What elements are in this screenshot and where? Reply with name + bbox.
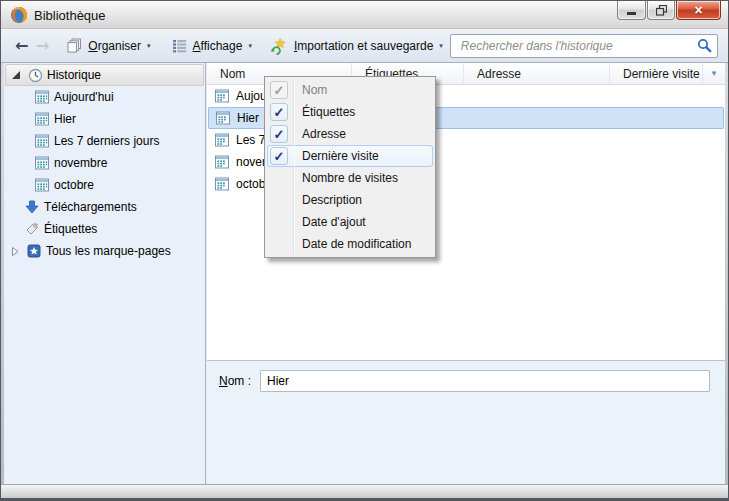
sidebar-item-telechargements[interactable]: Téléchargements (4, 196, 205, 218)
column-picker-icon: ▼ (710, 69, 718, 78)
name-field-input[interactable] (260, 370, 710, 392)
firefox-icon (10, 6, 28, 24)
sidebar-item-novembre[interactable]: novembre (4, 152, 205, 174)
sidebar-item-7-derniers-jours[interactable]: Les 7 derniers jours (4, 130, 205, 152)
calendar-icon (215, 110, 231, 126)
sidebar: Historique Aujourd'hui Hier (4, 63, 206, 484)
window-frame-right (725, 63, 728, 484)
calendar-icon (34, 133, 50, 149)
minimize-button[interactable] (617, 1, 646, 20)
menu-item-date-modification[interactable]: ✓ Date de modification (265, 233, 435, 255)
calendar-icon (34, 111, 50, 127)
chevron-down-icon: ▾ (248, 41, 252, 51)
menu-item-date-ajout[interactable]: ✓ Date d'ajout (265, 211, 435, 233)
menu-item-etiquettes[interactable]: ✓ Étiquettes (265, 101, 435, 123)
menu-item-label: Adresse (302, 127, 346, 141)
menu-item-label: Description (302, 193, 362, 207)
check-icon: ✓ (270, 103, 288, 121)
check-icon: ✓ (270, 125, 288, 143)
calendar-icon (34, 177, 50, 193)
sidebar-item-label: Hier (54, 112, 76, 126)
sidebar-item-label: octobre (54, 178, 94, 192)
sidebar-item-label: Tous les marque-pages (46, 244, 171, 258)
sidebar-item-label: Étiquettes (44, 222, 97, 236)
column-header-adresse[interactable]: Adresse (464, 63, 610, 84)
details-pane: Nom : (207, 360, 725, 484)
calendar-icon (34, 155, 50, 171)
name-field-label: Nom : (219, 374, 251, 388)
views-button[interactable]: Affichage ▾ (165, 34, 259, 58)
sidebar-item-label: Historique (47, 68, 101, 82)
titlebar[interactable]: Bibliothèque × (1, 1, 728, 29)
sidebar-item-label: Aujourd'hui (54, 90, 114, 104)
toolbar: ← → Organiser ▾ Affi (1, 29, 728, 63)
collapsed-triangle-icon[interactable] (8, 247, 22, 256)
bookmarks-icon (26, 243, 42, 259)
sidebar-item-aujourdhui[interactable]: Aujourd'hui (4, 86, 205, 108)
import-backup-button[interactable]: ★ Importation et sauvegarde ▾ (266, 34, 450, 58)
name-field-row: Nom : (219, 370, 710, 392)
calendar-icon (214, 132, 230, 148)
organize-icon (67, 38, 83, 54)
views-label: Affichage (193, 39, 243, 53)
download-icon (24, 199, 40, 215)
column-picker-button[interactable]: ▼ (703, 63, 725, 84)
window-title: Bibliothèque (34, 8, 106, 23)
menu-item-adresse[interactable]: ✓ Adresse (265, 123, 435, 145)
expanded-triangle-icon[interactable] (9, 71, 23, 80)
window-frame-bottom (1, 484, 728, 500)
calendar-icon (214, 176, 230, 192)
close-icon: × (694, 3, 702, 17)
sidebar-item-label: Téléchargements (44, 200, 137, 214)
chevron-down-icon: ▾ (147, 41, 151, 51)
sidebar-item-octobre[interactable]: octobre (4, 174, 205, 196)
close-button[interactable]: × (676, 1, 721, 20)
list-row-label: Hier (237, 111, 259, 125)
sidebar-item-tous-les-marque-pages[interactable]: Tous les marque-pages (4, 240, 205, 262)
calendar-icon (214, 88, 230, 104)
restore-icon (656, 5, 667, 16)
column-context-menu: ✓ Nom ✓ Étiquettes ✓ Adresse ✓ Dernière … (264, 76, 436, 258)
column-header-derniere-visite[interactable]: Dernière visite (610, 63, 703, 84)
search-box[interactable] (450, 34, 718, 58)
menu-item-description[interactable]: ✓ Description (265, 189, 435, 211)
import-backup-icon: ★ (273, 38, 289, 54)
calendar-icon (34, 89, 50, 105)
restore-button[interactable] (647, 1, 675, 20)
sidebar-item-historique[interactable]: Historique (5, 64, 204, 86)
sidebar-item-etiquettes[interactable]: Étiquettes (4, 218, 205, 240)
menu-item-label: Nom (302, 83, 327, 97)
clock-icon (27, 67, 43, 83)
menu-item-nombre-de-visites[interactable]: ✓ Nombre de visites (265, 167, 435, 189)
menu-item-label: Nombre de visites (302, 171, 398, 185)
check-icon: ✓ (270, 147, 288, 165)
import-backup-label: Importation et sauvegarde (294, 39, 433, 53)
library-window: Bibliothèque × ← → (0, 0, 729, 501)
calendar-icon (214, 154, 230, 170)
menu-item-label: Dernière visite (302, 149, 379, 163)
menu-item-label: Date d'ajout (302, 215, 366, 229)
menu-item-label: Étiquettes (302, 105, 355, 119)
search-icon[interactable] (697, 38, 712, 53)
organize-button[interactable]: Organiser ▾ (60, 34, 157, 58)
menu-item-derniere-visite[interactable]: ✓ Dernière visite (267, 145, 433, 167)
chevron-down-icon: ▾ (439, 41, 443, 51)
back-button[interactable]: ← (11, 35, 32, 57)
minimize-icon (627, 12, 636, 15)
sidebar-item-label: novembre (54, 156, 107, 170)
tag-icon (24, 221, 40, 237)
forward-button[interactable]: → (32, 35, 53, 57)
menu-item-nom: ✓ Nom (265, 79, 435, 101)
search-input[interactable] (459, 38, 697, 54)
views-icon (172, 38, 188, 54)
window-controls: × (616, 1, 721, 20)
sidebar-item-label: Les 7 derniers jours (54, 134, 159, 148)
check-icon: ✓ (270, 81, 288, 99)
sidebar-item-hier[interactable]: Hier (4, 108, 205, 130)
menu-item-label: Date de modification (302, 237, 411, 251)
organize-label: Organiser (88, 39, 141, 53)
